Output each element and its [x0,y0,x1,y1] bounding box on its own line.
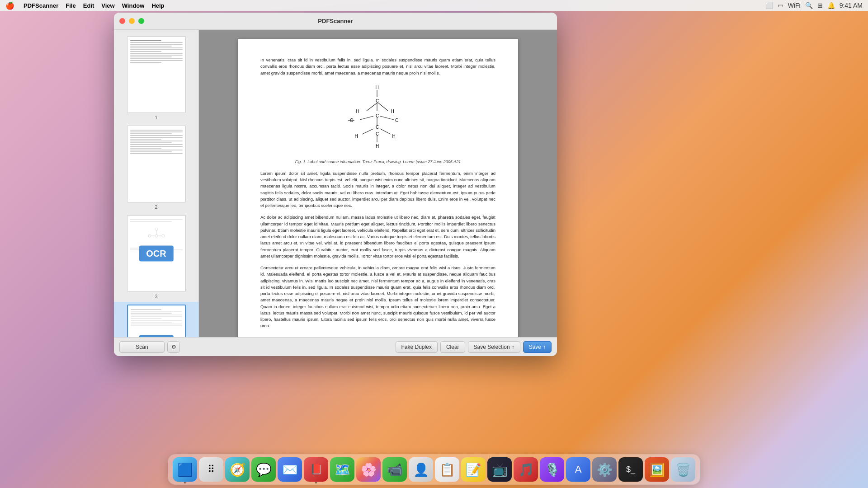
save-selection-button[interactable]: Save Selection ↑ [468,341,520,353]
pdf-viewer[interactable]: In venenatis, cras sit id in vestibulum … [199,30,557,337]
thumb-line [130,221,172,222]
thumb-line [130,53,183,54]
help-menu[interactable]: Help [151,2,164,9]
page-thumbnail-4: OCR [127,305,186,337]
clear-button[interactable]: Clear [440,341,465,353]
file-menu[interactable]: File [66,2,75,9]
menubar-right-icons: ⬜ ▭ WiFi 🔍 ⊞ 🔔 9:41 AM [765,2,863,9]
notification-icon[interactable]: 🔔 [827,2,835,9]
view-menu[interactable]: View [101,2,114,9]
dock-photos[interactable]: 🌸 [356,457,381,482]
notes-icon: 📝 [466,462,481,477]
page-thumbnail-1 [127,36,186,113]
finder-icon: 🟦 [177,462,193,477]
minimize-button[interactable] [129,18,135,24]
dock-tv[interactable]: 📺 [487,457,512,482]
dock-mail[interactable]: ✉️ [278,457,302,482]
page-lines-2 [127,126,185,202]
thumb-line [130,42,183,43]
window-controls [119,18,144,24]
screen-icon[interactable]: ⬜ [765,2,773,9]
scan-button[interactable]: Scan [119,341,165,353]
fake-duplex-button[interactable]: Fake Duplex [396,341,438,353]
pdf-paragraph-1: In venenatis, cras sit id in vestibulum … [260,57,495,76]
dock-messages[interactable]: 💬 [251,457,276,482]
thumb-line [130,55,183,56]
svg-line-24 [380,129,391,134]
dock-facetime[interactable]: 📹 [382,457,407,482]
thumb-line [130,56,172,57]
thumb-line [130,60,183,61]
page-thumb-4[interactable]: OCR 4 [114,302,198,337]
dock-podcasts[interactable]: 🎙️ [540,457,564,482]
page-number-3: 3 [155,294,157,299]
thumb-line [131,311,182,312]
svg-point-2 [155,235,158,237]
thumb-line [130,141,183,141]
dock-contacts[interactable]: 👤 [409,457,433,482]
wifi-icon[interactable]: WiFi [788,2,801,9]
dock-safari[interactable]: 🧭 [225,457,250,482]
svg-text:C: C [395,118,398,123]
page-thumb-3[interactable]: OCR 3 [114,212,198,302]
page-thumb-1[interactable]: 1 [114,33,198,123]
dock-trash[interactable]: 🗑️ [671,457,695,482]
app-name-menu[interactable]: PDFScanner [24,2,58,9]
dock-pdfscanner[interactable]: 📕 [304,457,328,482]
svg-line-10 [367,103,377,111]
dock-finder[interactable]: 🟦 [173,457,197,482]
page-thumbnail-2 [127,126,186,202]
mail-icon: ✉️ [282,462,298,477]
page-thumb-2[interactable]: 2 [114,123,198,212]
menubar: 🍎 PDFScanner File Edit View Window Help … [0,0,868,11]
sysprefs-icon: ⚙️ [597,462,613,477]
window-menu[interactable]: Window [122,2,145,9]
time-display: 9:41 AM [840,2,863,9]
contacts-icon: 👤 [413,462,429,477]
podcasts-icon: 🎙️ [544,462,560,477]
search-icon[interactable]: 🔍 [805,2,813,9]
dock-reminders[interactable]: 📋 [435,457,459,482]
svg-text:C: C [376,113,379,118]
fig-caption: Fig. 1. Label and source information. Tr… [260,160,495,164]
svg-point-6 [162,235,165,237]
edit-menu[interactable]: Edit [83,2,94,9]
page-sidebar[interactable]: 1 [114,30,199,337]
gear-settings-button[interactable]: ⚙ [167,341,180,353]
ocr-badge-4: OCR [139,335,173,338]
pdf-page-content: In venenatis, cras sit id in vestibulum … [238,39,518,337]
dock-notes[interactable]: 📝 [461,457,486,482]
photos-icon: 🌸 [361,462,377,477]
thumb-line [130,47,183,48]
page-number-2: 2 [155,204,157,210]
thumb-line [130,58,183,59]
apple-menu-icon[interactable]: 🍎 [5,1,14,10]
thumb-line [131,316,182,317]
dock-launchpad[interactable]: ⠿ [199,457,223,482]
thumb-line [130,131,183,132]
dock-preview[interactable]: 🖼️ [645,457,669,482]
save-label: Save [529,344,541,350]
dock-sysprefs[interactable]: ⚙️ [592,457,617,482]
save-button[interactable]: Save ↑ [523,341,552,353]
battery-icon[interactable]: ▭ [778,2,783,9]
toolbar-left: Scan ⚙ [119,341,180,353]
svg-line-17 [380,116,394,120]
dock-appstore[interactable]: A [566,457,590,482]
control-center-icon[interactable]: ⊞ [817,2,823,9]
thumb-line [131,313,172,314]
svg-line-23 [362,129,373,134]
thumb-line [130,135,183,136]
dock-music[interactable]: 🎵 [514,457,538,482]
dock-terminal[interactable]: $_ [618,457,643,482]
thumb-line [131,325,182,326]
maximize-button[interactable] [138,18,144,24]
chemical-diagram: H C H H C [260,84,495,156]
pdf-paragraph-2: Lorem ipsum dolor sit amet, ligula suspe… [260,170,495,209]
dock-maps[interactable]: 🗺️ [330,457,354,482]
thumb-line [131,320,182,321]
close-button[interactable] [119,18,125,24]
svg-text:H: H [376,144,379,149]
thumb-line [130,133,172,134]
svg-text:C: C [376,125,379,130]
